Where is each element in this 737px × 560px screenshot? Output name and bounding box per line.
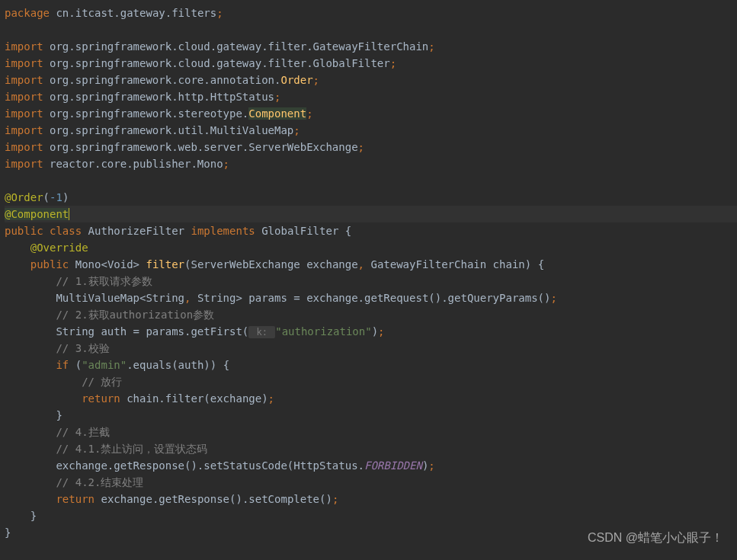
code-line: String auth = params.getFirst( k: "autho… [5, 323, 737, 340]
code-line [5, 21, 737, 38]
code-line: // 4.1.禁止访问，设置状态码 [5, 440, 737, 457]
code-editor[interactable]: package cn.itcast.gateway.filters; impor… [0, 0, 737, 546]
code-line: import org.springframework.web.server.Se… [5, 139, 737, 155]
code-line: } [5, 407, 737, 424]
code-line: import org.springframework.cloud.gateway… [5, 38, 737, 55]
code-line: import org.springframework.stereotype.Co… [5, 105, 737, 122]
code-line: return exchange.getResponse().setComplet… [5, 491, 737, 507]
code-line: exchange.getResponse().setStatusCode(Htt… [5, 457, 737, 474]
code-line: import org.springframework.util.MultiVal… [5, 122, 737, 139]
code-line: @Override [5, 239, 737, 256]
code-line: // 4.2.结束处理 [5, 474, 737, 491]
code-line: // 3.校验 [5, 340, 737, 357]
code-line: } [5, 524, 737, 541]
code-line: // 2.获取authorization参数 [5, 306, 737, 323]
code-line: import org.springframework.core.annotati… [5, 72, 737, 88]
code-line: // 1.获取请求参数 [5, 273, 737, 290]
code-line: import org.springframework.http.HttpStat… [5, 88, 737, 105]
code-line: // 4.拦截 [5, 424, 737, 440]
code-line: if ("admin".equals(auth)) { [5, 357, 737, 373]
code-line: @Order(-1) [5, 189, 737, 206]
code-line: package cn.itcast.gateway.filters; [5, 5, 737, 21]
code-line: import org.springframework.cloud.gateway… [5, 55, 737, 72]
code-line: MultiValueMap<String, String> params = e… [5, 290, 737, 306]
code-line: // 放行 [5, 373, 737, 390]
code-line: return chain.filter(exchange); [5, 390, 737, 407]
code-line: } [5, 507, 737, 524]
code-line: public Mono<Void> filter(ServerWebExchan… [5, 256, 737, 273]
code-line: public class AuthorizeFilter implements … [5, 222, 737, 239]
code-line: import reactor.core.publisher.Mono; [5, 155, 737, 172]
code-line-active: @Component [5, 206, 737, 222]
code-line [5, 172, 737, 189]
